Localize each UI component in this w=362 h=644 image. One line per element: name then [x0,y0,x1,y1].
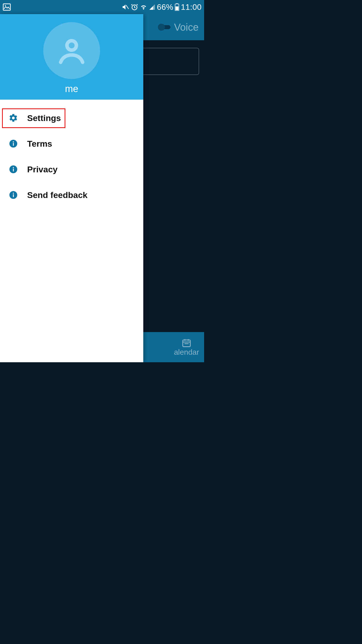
svg-rect-20 [13,194,14,197]
svg-rect-17 [13,169,14,171]
menu-item-terms[interactable]: Terms [0,131,143,156]
clock-time: 11:00 [181,3,202,12]
battery-percent: 66% [157,3,173,12]
mute-vibrate-icon [122,3,129,11]
info-icon [9,165,18,174]
info-icon [9,139,18,148]
wifi-icon [140,3,147,11]
menu-item-label: Settings [27,113,61,123]
svg-point-21 [13,193,14,194]
menu-item-settings[interactable]: Settings [0,105,143,131]
battery-icon [175,3,179,11]
person-icon [54,33,89,68]
alarm-icon [131,3,138,11]
menu-item-label: Privacy [27,165,58,174]
menu-item-privacy[interactable]: Privacy [0,156,143,182]
svg-point-18 [13,167,14,168]
drawer-menu: Settings Terms Privacy [0,100,143,208]
info-icon [9,190,18,200]
svg-rect-0 [3,4,10,10]
svg-rect-5 [176,3,178,4]
avatar[interactable] [43,22,100,79]
svg-point-12 [67,41,76,50]
menu-item-label: Terms [27,139,52,149]
signal-icon [149,4,155,10]
svg-point-15 [13,141,14,142]
picture-icon [3,3,11,11]
drawer-header: me [0,14,143,100]
navigation-drawer: me Settings Terms [0,14,143,362]
svg-line-2 [126,5,128,9]
gear-icon [9,113,18,123]
username-label: me [65,84,78,94]
svg-rect-14 [13,143,14,146]
menu-item-label: Send feedback [27,190,87,200]
menu-item-feedback[interactable]: Send feedback [0,182,143,208]
status-bar: 66% 11:00 [0,0,204,14]
svg-point-1 [5,5,6,6]
svg-rect-6 [176,7,178,11]
